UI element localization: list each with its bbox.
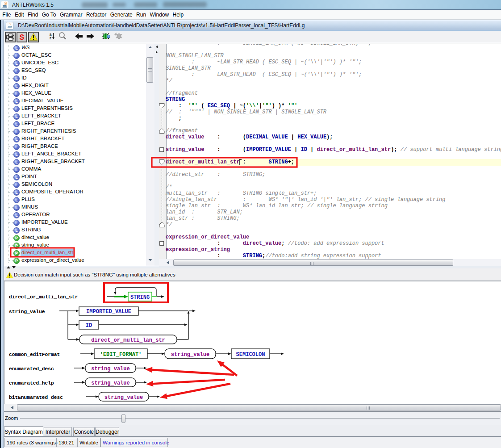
lexer-rule-icon: L [13,75,20,82]
tree-rule-RIGHT_BRACE[interactable]: LRIGHT_BRACE [4,143,146,151]
code-line-3: : ~LAN_STR_HEAD ( ESC_SEQ | ~('\\'|'"') … [166,59,501,65]
lexer-rule-icon: L [13,205,20,211]
tree-rule-IMPORTED_VALUE[interactable]: LIMPORTED_VALUE [4,219,146,226]
tree-rule-RIGHT_PARENTHESIS[interactable]: LRIGHT_PARENTHESIS [4,128,146,135]
warnings-toggle-button[interactable] [28,32,39,42]
warning-triangle-icon [29,33,38,42]
back-button[interactable] [74,32,85,42]
tab-interpreter[interactable]: Interpreter [44,427,72,436]
window-titlebar[interactable]: ANTLRWorks 1.5 [0,0,501,10]
code-line-24: multi_lan_str : STRING single_lan_str+; [166,190,501,197]
tab-debugger[interactable]: Debugger [95,427,119,436]
tree-rule-LEFT_BRACKET[interactable]: LLEFT_BRACKET [4,113,146,120]
tree-guide-line [8,109,13,109]
tree-rule-RIGHT_BRACKET[interactable]: LRIGHT_BRACKET [4,135,146,143]
find-button[interactable] [58,32,69,42]
window-title: ANTLRWorks 1.5 [12,2,54,8]
code-line-14: //fragment [166,128,501,134]
lexer-rule-icon: L [13,189,20,196]
tree-rule-RIGHT_ANGLE_BRACKET[interactable]: LRIGHT_ANGLE_BRACKET [4,158,146,166]
sort-rules-button[interactable]: az [48,32,59,42]
lexer-rule-icon: L [13,121,20,127]
rule-tree[interactable]: LWSLOCTAL_ESCLUNICODE_ESCLESC_SEQLIDLHEX… [4,44,146,266]
tree-rule-string_value[interactable]: Pstring_value [4,242,146,249]
status-console-note: Warnings reported in console [100,438,168,447]
tree-rule-OPERATOR[interactable]: LOPERATOR [4,211,146,219]
tab-syntax-diagram[interactable]: Syntax Diagram [4,426,43,436]
syntax-coloring-toggle-button[interactable]: S [17,32,27,42]
diagram-rule-label: common_editFormat [9,352,60,357]
tree-rule-COMMA[interactable]: LCOMMA [4,166,146,173]
tree-rule-DECIMAL_VALUE[interactable]: LDECIMAL_VALUE [4,97,146,105]
diagram-node-text: direct_or_multi_lan_str [91,337,165,343]
tree-rule-SEMICOLON[interactable]: LSEMICOLON [4,181,146,188]
tree-rule-LEFT_BRACE[interactable]: LLEFT_BRACE [4,120,146,128]
split-divider[interactable] [154,44,159,266]
diagram-scrollbar-thumb[interactable] [17,404,501,410]
tree-rule-label: SEMICOLON [21,181,53,188]
antlrworks-window: ANTLRWorks 1.5 FileEditFindGo ToGrammarR… [0,0,501,448]
tree-rule-LEFT_ANGLE_BRACKET[interactable]: LLEFT_ANGLE_BRACKET [4,151,146,158]
lexer-rule-icon: L [13,53,20,59]
tree-rule-label: STRING [21,226,42,234]
syntax-diagram-toggle-button[interactable] [5,32,16,42]
tree-rule-expression_or_direct_value[interactable]: Pexpression_or_direct_value [4,257,146,264]
menu-item-grammar[interactable]: Grammar [58,11,84,19]
tab-console[interactable]: Console [73,427,95,436]
tree-guide-line [8,260,13,261]
tree-rule-MINUS[interactable]: LMINUS [4,204,146,211]
tree-rule-COMPOSITE_OPERATOR[interactable]: LCOMPOSITE_OPERATOR [4,188,146,196]
tree-rule-direct_or_multi_lan_str[interactable]: Pdirect_or_multi_lan_str [4,249,146,257]
zoom-slider-thumb[interactable] [121,414,125,423]
tree-rule-WS[interactable]: LWS [4,44,146,52]
tree-rule-HEX_VALUE[interactable]: LHEX_VALUE [4,90,146,97]
debug-remote-button[interactable] [114,32,125,42]
menu-item-window[interactable]: Window [148,11,171,19]
menu-item-go-to[interactable]: Go To [40,11,58,19]
tree-rule-UNICODE_ESC[interactable]: LUNICODE_ESC [4,59,146,67]
tree-vertical-scrollbar[interactable] [146,44,154,266]
document-titlebar[interactable]: D:\DevRoot\IndustrialMobileAutomation\Ha… [4,20,501,30]
tree-rule-PLUS[interactable]: LPLUS [4,196,146,204]
zoom-label: Zoom [5,415,18,421]
tree-rule-OCTAL_ESC[interactable]: LOCTAL_ESC [4,52,146,59]
menu-item-refactor[interactable]: Refactor [84,11,109,19]
tree-rule-LEFT_PARENTHESIS[interactable]: LLEFT_PARENTHESIS [4,105,146,113]
tree-rule-STRING[interactable]: LSTRING [4,226,146,234]
zoom-slider-track[interactable] [20,418,500,419]
diagram-horizontal-scrollbar[interactable] [4,404,501,412]
tree-rule-label: POINT [21,173,38,180]
menu-item-find[interactable]: Find [26,11,40,19]
debug-button[interactable] [101,32,112,42]
java-doc-icon [6,22,13,29]
grammar-editor[interactable]: : SINGLE_LAN_STR ( WS* SINGLE_LAN_STR)* … [159,44,501,266]
menu-item-edit[interactable]: Edit [13,11,26,19]
parser-rule-icon: P [13,235,20,241]
tree-rule-ESC_SEQ[interactable]: LESC_SEQ [4,67,146,75]
menu-item-run[interactable]: Run [134,11,148,19]
editor-scrollbar-thumb[interactable] [173,260,453,266]
editor-horizontal-scrollbar[interactable] [159,259,501,266]
diagram-rule-label: enumarated_desc [9,366,54,372]
menu-item-help[interactable]: Help [171,11,185,19]
tree-rule-ID[interactable]: LID [4,75,146,82]
grammar-source[interactable]: : SINGLE_LAN_STR ( WS* SINGLE_LAN_STR)* … [166,44,501,259]
menu-item-file[interactable]: File [0,11,13,19]
menu-item-generate[interactable]: Generate [108,11,134,19]
tree-rule-label: OCTAL_ESC [21,52,53,59]
tree-rule-label: LEFT_PARENTHESIS [21,105,74,112]
tree-rule-HEX_DIGIT[interactable]: LHEX_DIGIT [4,82,146,90]
lexer-rule-icon: L [13,68,20,74]
tree-scrollbar-thumb[interactable] [146,57,153,83]
tree-rule-POINT[interactable]: LPOINT [4,173,146,181]
code-line-27: lan_id : STR_LAN; [166,209,501,215]
tree-rule-label: RIGHT_BRACE [21,143,59,150]
tree-guide-line [8,101,13,101]
sort-az-icon: az [48,32,57,41]
tree-rule-direct_value[interactable]: Pdirect_value [4,234,146,242]
syntax-diagram-svg: direct_or_multi_lan_strSTRINGstring_valu… [4,281,501,404]
code-line-31: expression_or_direct_value [166,234,501,240]
code-line-5: : LAN_STR_HEAD ( ESC_SEQ | ~('\\'|'"') )… [166,71,501,78]
forward-button[interactable] [86,32,97,42]
tree-rule-label: DECIMAL_VALUE [21,97,64,105]
